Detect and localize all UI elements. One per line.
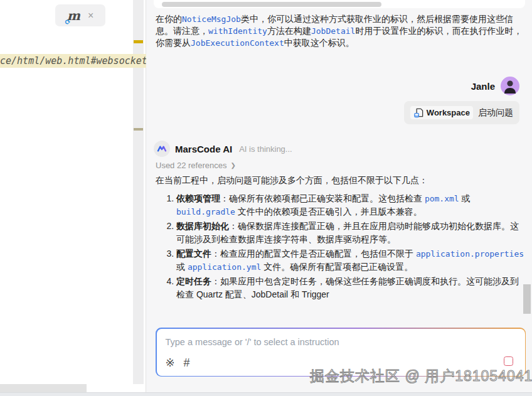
ruler-match-marker bbox=[134, 40, 143, 43]
app-window: m⟳ × ce/html/web.html#websocket-st 在你的No… bbox=[0, 0, 532, 396]
codeblock-remnant bbox=[154, 0, 525, 8]
ai-header: MarsCode AI AI is thinking... bbox=[154, 141, 292, 157]
user-name: Janle bbox=[471, 81, 495, 92]
bottom-bar bbox=[0, 392, 532, 396]
editor-pane: m⟳ × ce/html/web.html#websocket-st bbox=[0, 0, 146, 392]
answer-item: 依赖项管理：确保所有依赖项都已正确安装和配置。这包括检查 pom.xml 或 b… bbox=[176, 192, 527, 218]
ruler-match-marker-dim bbox=[134, 128, 143, 131]
references-label: Used 22 references bbox=[156, 161, 226, 170]
user-message-bubble: Workspace 启动问题 bbox=[404, 101, 519, 124]
user-message-text: 启动问题 bbox=[478, 107, 513, 119]
editor-tab[interactable]: m⟳ × bbox=[55, 4, 105, 26]
ai-message-previous: 在你的NoticeMsgJob类中，你可以通过这种方式获取作业的标识，然后根据需… bbox=[156, 13, 523, 49]
avatar[interactable] bbox=[501, 77, 519, 95]
codeblock-scrollbar[interactable] bbox=[162, 2, 381, 7]
marscode-logo-icon bbox=[154, 141, 170, 157]
chat-scrollbar[interactable] bbox=[523, 284, 531, 314]
ai-name: MarsCode AI bbox=[175, 144, 232, 154]
workspace-folder-icon bbox=[413, 107, 424, 118]
context-hash-icon[interactable]: # bbox=[184, 357, 190, 368]
watermark: 掘金技术社区 @ 用户181054041810 bbox=[310, 367, 532, 386]
stop-button[interactable] bbox=[504, 356, 513, 366]
commands-icon[interactable]: ※ bbox=[166, 357, 175, 368]
answer-item: 配置文件：检查应用的配置文件是否正确配置，包括但不限于 application.… bbox=[176, 247, 527, 274]
marscode-mini-logo-icon: m⟳ bbox=[67, 9, 80, 22]
answer-item: 数据库初始化：确保数据库连接配置正确，并且在应用启动时能够成功初始化数据库。这可… bbox=[176, 220, 527, 246]
workspace-tag[interactable]: Workspace bbox=[410, 106, 473, 119]
search-match-highlight[interactable]: ce/html/web.html#websocket-st bbox=[0, 54, 146, 68]
references-toggle[interactable]: Used 22 references ❯ bbox=[156, 161, 236, 170]
sync-icon: ⟳ bbox=[65, 18, 71, 26]
close-icon[interactable]: × bbox=[88, 11, 93, 21]
chat-input[interactable]: Type a message or '/' to select a instru… bbox=[166, 337, 339, 347]
horizontal-scrollbar[interactable] bbox=[0, 384, 87, 392]
user-header: Janle bbox=[471, 77, 519, 95]
chat-panel: 在你的NoticeMsgJob类中，你可以通过这种方式获取作业的标识，然后根据需… bbox=[146, 0, 532, 392]
answer-item: 定时任务：如果应用中包含定时任务，确保这些任务能够正确调度和执行。这可能涉及到检… bbox=[176, 275, 527, 301]
answer-intro: 在当前工程中，启动问题可能涉及多个方面，包括但不限于以下几点： bbox=[156, 175, 523, 186]
ai-status: AI is thinking... bbox=[239, 144, 292, 154]
answer-list: 依赖项管理：确保所有依赖项都已正确安装和配置。这包括检查 pom.xml 或 b… bbox=[156, 192, 527, 302]
workspace-tag-label: Workspace bbox=[427, 108, 470, 117]
chevron-right-icon: ❯ bbox=[230, 162, 235, 169]
